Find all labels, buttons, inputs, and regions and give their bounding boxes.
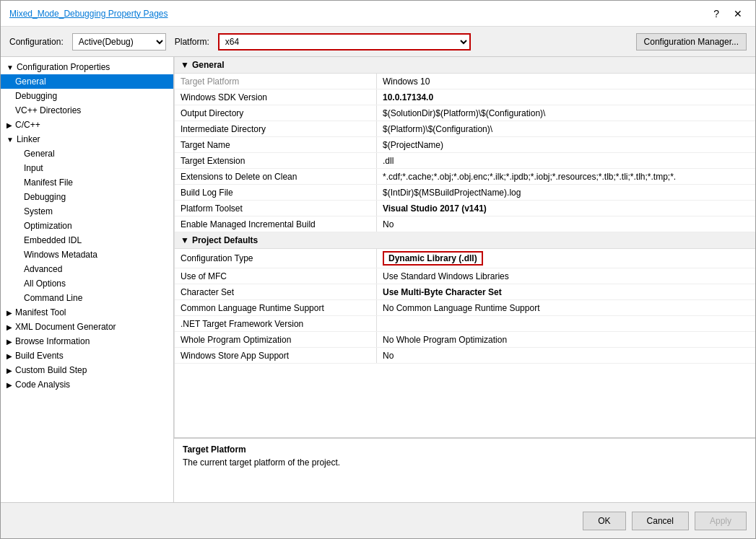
sidebar-label-debugging: Debugging — [15, 91, 57, 101]
sidebar-item-linker-all-options[interactable]: All Options — [1, 276, 173, 291]
prop-row-net-framework[interactable]: .NET Target Framework Version — [175, 316, 755, 332]
toggle-icon-custom-build: ▶ — [6, 367, 12, 374]
title-bar: Mixed_Mode_Debugging Property Pages ? ✕ — [1, 1, 755, 27]
sidebar-item-manifest-tool[interactable]: ▶ Manifest Tool — [1, 305, 173, 320]
prop-value-clr-support: No Common Language Runtime Support — [377, 300, 755, 315]
footer: OK Cancel Apply — [1, 502, 755, 538]
config-bar: Configuration: Active(Debug) Platform: x… — [1, 27, 755, 57]
prop-row-target-extension[interactable]: Target Extension .dll — [175, 153, 755, 169]
sidebar-label-cpp: C/C++ — [15, 120, 40, 130]
sidebar-label-manifest-tool: Manifest Tool — [15, 307, 66, 317]
prop-row-target-platform[interactable]: Target Platform Windows 10 — [175, 74, 755, 89]
sidebar-item-linker-optimization[interactable]: Optimization — [1, 219, 173, 233]
toggle-icon-xml-doc: ▶ — [6, 323, 12, 331]
platform-select[interactable]: x64 — [218, 33, 471, 51]
ok-button[interactable]: OK — [583, 512, 625, 530]
toggle-icon-code-analysis: ▶ — [6, 381, 12, 389]
config-manager-button[interactable]: Configuration Manager... — [636, 33, 747, 51]
cancel-button[interactable]: Cancel — [632, 512, 689, 530]
toggle-icon-linker: ▼ — [6, 136, 14, 144]
close-button[interactable]: ✕ — [729, 6, 747, 21]
sidebar-item-linker-manifest[interactable]: Manifest File — [1, 175, 173, 190]
sidebar-item-vc-directories[interactable]: VC++ Directories — [1, 103, 173, 118]
property-pages-dialog: Mixed_Mode_Debugging Property Pages ? ✕ … — [0, 0, 756, 539]
prop-row-target-name[interactable]: Target Name $(ProjectName) — [175, 137, 755, 153]
prop-row-whole-program[interactable]: Whole Program Optimization No Whole Prog… — [175, 332, 755, 348]
sidebar-item-linker-windows-metadata[interactable]: Windows Metadata — [1, 247, 173, 262]
prop-row-platform-toolset[interactable]: Platform Toolset Visual Studio 2017 (v14… — [175, 201, 755, 216]
prop-row-clr-support[interactable]: Common Language Runtime Support No Commo… — [175, 300, 755, 316]
sidebar-label-browse-information: Browse Information — [15, 336, 90, 346]
sidebar-label-custom-build-step: Custom Build Step — [15, 365, 87, 375]
prop-value-sdk-version: 10.0.17134.0 — [377, 89, 755, 105]
prop-value-target-extension: .dll — [377, 153, 755, 168]
prop-value-platform-toolset: Visual Studio 2017 (v141) — [377, 201, 755, 216]
prop-value-windows-store: No — [377, 348, 755, 363]
prop-row-windows-store[interactable]: Windows Store App Support No — [175, 348, 755, 364]
sidebar-item-linker-command-line[interactable]: Command Line — [1, 291, 173, 305]
prop-value-character-set: Use Multi-Byte Character Set — [377, 284, 755, 299]
help-button[interactable]: ? — [709, 6, 724, 21]
sidebar-item-linker-input[interactable]: Input — [1, 161, 173, 175]
config-type-highlighted: Dynamic Library (.dll) — [383, 251, 483, 266]
configuration-select[interactable]: Active(Debug) — [72, 33, 166, 51]
prop-name-intermediate-dir: Intermediate Directory — [175, 121, 377, 136]
sidebar-label-linker-optimization: Optimization — [24, 221, 72, 231]
sidebar-label-general: General — [15, 76, 46, 87]
prop-row-character-set[interactable]: Character Set Use Multi-Byte Character S… — [175, 284, 755, 300]
sidebar-item-build-events[interactable]: ▶ Build Events — [1, 349, 173, 363]
prop-value-use-mfc: Use Standard Windows Libraries — [377, 268, 755, 284]
sidebar-label-vc-directories: VC++ Directories — [15, 105, 81, 115]
prop-value-extensions-delete: *.cdf;*.cache;*.obj;*.obj.enc;*.ilk;*.ip… — [377, 169, 755, 184]
sidebar-label-linker-debugging: Debugging — [24, 192, 66, 202]
sidebar-label-linker-windows-metadata: Windows Metadata — [24, 250, 97, 260]
prop-row-sdk-version[interactable]: Windows SDK Version 10.0.17134.0 — [175, 89, 755, 105]
prop-name-net-framework: .NET Target Framework Version — [175, 316, 377, 331]
prop-name-extensions-delete: Extensions to Delete on Clean — [175, 169, 377, 184]
prop-name-managed-incremental: Enable Managed Incremental Build — [175, 216, 377, 232]
sidebar-item-debugging[interactable]: Debugging — [1, 89, 173, 103]
sidebar-item-linker-system[interactable]: System — [1, 204, 173, 219]
sidebar-item-code-analysis[interactable]: ▶ Code Analysis — [1, 377, 173, 392]
prop-name-target-name: Target Name — [175, 137, 377, 152]
sidebar-label-linker-command-line: Command Line — [24, 293, 82, 303]
sidebar-item-config-properties[interactable]: ▼ Configuration Properties — [1, 60, 173, 74]
sidebar-label-xml-document-generator: XML Document Generator — [15, 322, 116, 332]
sidebar-item-linker-debugging[interactable]: Debugging — [1, 190, 173, 204]
section-toggle-general[interactable]: ▼ — [181, 60, 189, 70]
toggle-icon-cpp: ▶ — [6, 121, 12, 129]
prop-row-output-dir[interactable]: Output Directory $(SolutionDir)$(Platfor… — [175, 105, 755, 121]
sidebar-item-linker-embedded-idl[interactable]: Embedded IDL — [1, 233, 173, 247]
prop-row-intermediate-dir[interactable]: Intermediate Directory $(Platform)\$(Con… — [175, 121, 755, 137]
sidebar-item-browse-information[interactable]: ▶ Browse Information — [1, 334, 173, 349]
prop-row-build-log[interactable]: Build Log File $(IntDir)$(MSBuildProject… — [175, 185, 755, 201]
sidebar-item-linker[interactable]: ▼ Linker — [1, 132, 173, 146]
sidebar-label-linker-input: Input — [24, 163, 43, 173]
sidebar-item-xml-document-generator[interactable]: ▶ XML Document Generator — [1, 320, 173, 334]
sidebar-item-custom-build-step[interactable]: ▶ Custom Build Step — [1, 363, 173, 377]
sidebar-item-linker-general[interactable]: General — [1, 146, 173, 161]
properties-table: ▼ General Target Platform Windows 10 Win… — [174, 57, 755, 437]
prop-row-managed-incremental[interactable]: Enable Managed Incremental Build No — [175, 216, 755, 232]
prop-name-target-extension: Target Extension — [175, 153, 377, 168]
sidebar-item-general[interactable]: General — [1, 74, 173, 89]
sidebar-item-linker-advanced[interactable]: Advanced — [1, 262, 173, 276]
prop-row-extensions-delete[interactable]: Extensions to Delete on Clean *.cdf;*.ca… — [175, 169, 755, 185]
sidebar-label-linker-manifest: Manifest File — [24, 178, 73, 188]
prop-row-config-type[interactable]: Configuration Type Dynamic Library (.dll… — [175, 249, 755, 268]
section-toggle-project-defaults[interactable]: ▼ — [181, 235, 189, 245]
sidebar-item-cpp[interactable]: ▶ C/C++ — [1, 118, 173, 132]
prop-row-use-mfc[interactable]: Use of MFC Use Standard Windows Librarie… — [175, 268, 755, 284]
prop-name-platform-toolset: Platform Toolset — [175, 201, 377, 216]
toggle-icon-manifest-tool: ▶ — [6, 309, 12, 317]
apply-button[interactable]: Apply — [695, 512, 747, 530]
prop-value-target-name: $(ProjectName) — [377, 137, 755, 152]
description-panel: Target Platform The current target platf… — [174, 437, 755, 502]
title-suffix: Property Pages — [105, 9, 168, 19]
config-label: Configuration: — [9, 37, 64, 47]
toggle-icon-build-events: ▶ — [6, 352, 12, 360]
description-title: Target Platform — [183, 444, 747, 455]
section-title-general: General — [192, 60, 225, 70]
project-name-link[interactable]: Mixed_Mode_Debugging — [9, 9, 105, 19]
prop-value-managed-incremental: No — [377, 216, 755, 232]
